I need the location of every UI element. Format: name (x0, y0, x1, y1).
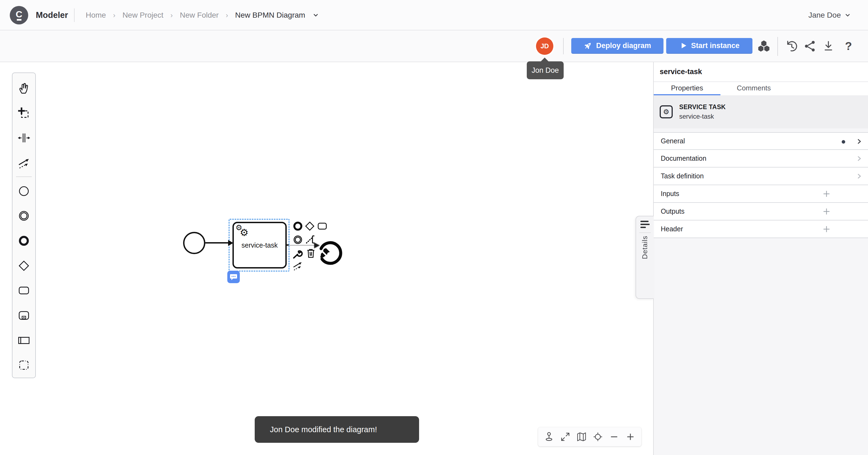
chevron-down-icon[interactable] (312, 12, 319, 19)
create-start-event[interactable] (12, 179, 35, 204)
start-instance-button[interactable]: Start instance (666, 38, 752, 54)
group-inputs[interactable]: Inputs (654, 185, 868, 203)
play-icon (679, 41, 687, 50)
fit-viewport-icon[interactable] (560, 431, 571, 442)
breadcrumb-separator: › (226, 11, 228, 20)
details-side-tab[interactable]: Details (636, 216, 654, 299)
tab-properties[interactable]: Properties (654, 82, 720, 95)
camunda-modeler-app: C Modeler Home › New Project › New Folde… (0, 0, 868, 455)
collaborator-avatar[interactable]: JD (536, 37, 553, 55)
zoom-out-icon[interactable] (609, 431, 620, 442)
create-gateway[interactable] (12, 253, 35, 278)
chevron-right-icon (856, 155, 863, 162)
connect-tool-icon[interactable] (292, 260, 304, 271)
group-documentation[interactable]: Documentation (654, 150, 868, 168)
help-question-mark: ? (845, 40, 852, 53)
append-text-annotation-icon[interactable] (304, 234, 315, 246)
element-palette (12, 73, 36, 378)
comments-badge[interactable] (227, 271, 240, 283)
group-label: Inputs (661, 190, 679, 198)
group-label: General (661, 137, 685, 145)
create-intermediate-event[interactable] (12, 203, 35, 228)
avatar-tooltip: Jon Doe (527, 61, 564, 79)
sequence-flow[interactable] (205, 242, 229, 244)
group-label: Documentation (661, 154, 706, 162)
top-header-bar: C Modeler Home › New Project › New Folde… (0, 0, 868, 30)
lines-icon (641, 221, 650, 228)
share-icon[interactable] (803, 40, 816, 53)
element-type-label: SERVICE TASK (679, 104, 725, 111)
group-general[interactable]: General (654, 132, 868, 150)
center-target-icon[interactable] (592, 431, 603, 442)
minimap-icon[interactable] (576, 431, 587, 442)
reset-origin-pin-icon[interactable] (544, 431, 554, 442)
service-task-label: service-task (241, 241, 278, 249)
hand-tool[interactable] (12, 76, 35, 101)
create-task[interactable] (12, 278, 35, 303)
chevron-down-icon (844, 12, 851, 19)
user-name: Jane Doe (808, 11, 841, 20)
canvas-controls-bar (538, 427, 641, 446)
brush-icon[interactable] (317, 247, 332, 262)
cluster-icon[interactable] (757, 40, 770, 53)
trash-delete-icon[interactable] (305, 248, 316, 259)
details-tab-divider (639, 232, 651, 233)
space-tool[interactable] (12, 125, 35, 150)
wrench-change-type-icon[interactable] (292, 248, 304, 260)
user-menu[interactable]: Jane Doe (808, 0, 851, 30)
service-task-node[interactable]: ⚙⚙ service-task (232, 222, 287, 268)
element-meta-header: ⚙ SERVICE TASK service-task (654, 95, 868, 129)
group-outputs[interactable]: Outputs (654, 203, 868, 221)
chevron-right-icon (856, 138, 863, 145)
add-icon[interactable] (823, 207, 831, 216)
create-sub-process[interactable] (12, 303, 35, 328)
chat-bubble-icon (229, 273, 238, 281)
create-group[interactable] (12, 353, 35, 378)
modified-dot-indicator (842, 140, 845, 144)
start-instance-label: Start instance (691, 41, 740, 50)
details-tab-label: Details (641, 236, 649, 259)
download-icon[interactable] (822, 40, 835, 53)
append-end-event-icon[interactable] (292, 221, 304, 232)
lasso-tool[interactable] (12, 101, 35, 126)
breadcrumb-project[interactable]: New Project (122, 11, 163, 20)
deploy-diagram-label: Deploy diagram (596, 41, 651, 50)
create-participant[interactable] (12, 328, 35, 353)
deploy-diagram-button[interactable]: Deploy diagram (571, 38, 663, 54)
avatar-initials: JD (540, 42, 549, 50)
add-icon[interactable] (823, 225, 831, 233)
breadcrumb-folder[interactable]: New Folder (180, 11, 219, 20)
version-history-icon[interactable] (785, 40, 798, 53)
group-label: Task definition (661, 172, 704, 180)
notification-toast: Jon Doe modified the diagram! (255, 416, 419, 443)
zoom-in-icon[interactable] (625, 431, 636, 442)
append-task-icon[interactable] (316, 221, 328, 232)
rocket-icon (584, 41, 592, 50)
add-icon[interactable] (823, 190, 831, 198)
global-connect-tool[interactable] (12, 150, 35, 175)
append-intermediate-event-icon[interactable] (292, 234, 304, 246)
properties-panel: service-task Properties Comments ⚙ SERVI… (653, 62, 868, 455)
append-gateway-icon[interactable] (304, 221, 315, 232)
camunda-logo[interactable]: C (10, 6, 28, 24)
panel-title: service-task (654, 62, 868, 82)
toast-message: Jon Doe modified the diagram! (270, 425, 377, 434)
service-task-type-icon: ⚙ (660, 105, 673, 118)
toolbar-divider (777, 37, 778, 56)
group-header[interactable]: Header (654, 221, 868, 238)
service-task-gear-icon: ⚙⚙ (236, 224, 252, 240)
breadcrumb-home[interactable]: Home (86, 11, 106, 20)
help-icon[interactable]: ? (842, 40, 855, 53)
breadcrumb: Home › New Project › New Folder › New BP… (86, 0, 319, 30)
group-label: Header (661, 225, 683, 233)
breadcrumb-separator: › (170, 11, 173, 20)
panel-tabs: Properties Comments (654, 82, 868, 95)
start-event-node[interactable] (183, 232, 205, 254)
tab-comments[interactable]: Comments (720, 82, 787, 95)
group-task-definition[interactable]: Task definition (654, 168, 868, 185)
diagram-toolbar: JD Deploy diagram Start instance (0, 30, 868, 62)
create-end-event[interactable] (12, 228, 35, 253)
element-name-label: service-task (679, 113, 725, 120)
breadcrumb-current-diagram[interactable]: New BPMN Diagram (235, 11, 305, 20)
group-label: Outputs (661, 207, 685, 215)
